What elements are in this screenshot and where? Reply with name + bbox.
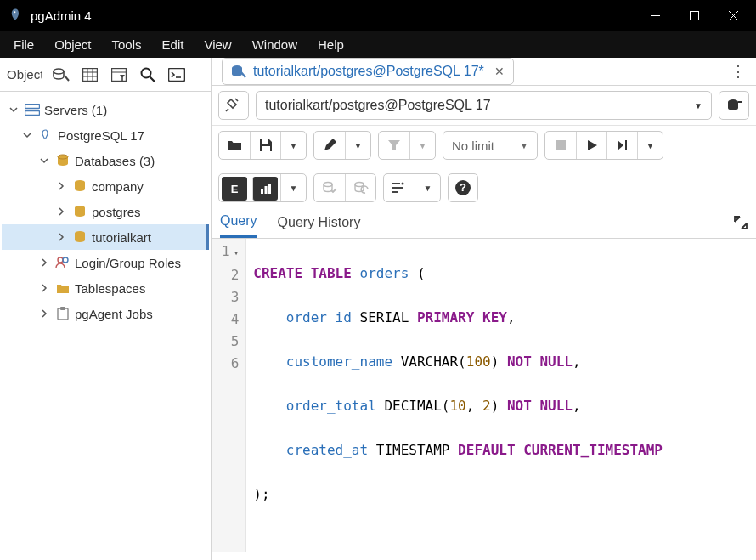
stop-button[interactable] [545,132,576,159]
search-objects-icon[interactable] [134,62,161,88]
editor-gutter: 1▾ 2 3 4 5 6 [212,239,246,552]
connection-dropdown[interactable]: tutorialkart/postgres@PostgreSQL 17 ▼ [256,91,712,120]
rollback-button[interactable] [345,174,375,201]
tool-tab-bar: tutorialkart/postgres@PostgreSQL 17* ✕ ⋮ [212,58,756,86]
menu-help[interactable]: Help [309,34,353,55]
clipboard-icon [54,307,71,320]
tree-node-db-tutorialkart[interactable]: tutorialkart [2,224,209,250]
save-button[interactable] [250,132,280,159]
chevron-right-icon[interactable] [37,258,51,267]
explain-dropdown[interactable]: ▼ [280,174,306,201]
help-button[interactable]: ? [448,173,478,202]
tree-node-tablespaces[interactable]: Tablespaces [2,275,209,301]
menu-file[interactable]: File [5,34,42,55]
filter-button[interactable] [379,132,409,159]
connection-value: tutorialkart/postgres@PostgreSQL 17 [265,98,491,113]
svg-line-14 [150,76,155,82]
tool-tab[interactable]: tutorialkart/postgres@PostgreSQL 17* ✕ [222,58,514,85]
view-data-icon[interactable] [76,62,104,88]
execute-dropdown[interactable]: ▼ [637,132,663,159]
macros-button[interactable] [384,174,415,201]
commit-button[interactable] [314,174,345,201]
limit-dropdown[interactable]: No limit ▼ [443,132,537,159]
servers-icon [24,104,41,116]
filter-rows-icon[interactable] [105,62,133,88]
tab-close-icon[interactable]: ✕ [494,65,505,78]
tab-notifications[interactable]: Notifications [392,554,466,561]
close-button[interactable] [714,0,753,31]
database-icon [54,154,71,167]
edit-dropdown[interactable]: ▼ [345,132,370,159]
execute-button[interactable] [576,132,606,159]
chevron-right-icon[interactable] [54,233,68,241]
menu-object[interactable]: Object [46,34,99,55]
execute-script-button[interactable] [606,132,637,159]
save-dropdown[interactable]: ▼ [280,132,306,159]
macros-dropdown[interactable]: ▼ [415,174,440,201]
svg-point-25 [63,257,68,263]
tree-node-databases[interactable]: Databases (3) [2,148,209,173]
tab-query[interactable]: Query [220,206,257,238]
window-title: pgAdmin 4 [31,8,635,23]
editor-code[interactable]: CREATE TABLE orders ( order_id SERIAL PR… [246,239,669,552]
tree-label: tutorialkart [92,230,151,245]
menu-view[interactable]: View [195,34,240,55]
maximize-editor-icon[interactable] [734,216,748,229]
users-icon [54,257,71,269]
tree-node-servers[interactable]: Servers (1) [2,97,209,122]
app-logo-icon [8,8,24,23]
tool-tab-title: tutorialkart/postgres@PostgreSQL 17* [253,64,484,79]
tab-messages[interactable]: Messages [312,552,374,560]
svg-rect-6 [83,68,98,81]
database-icon [71,230,88,244]
limit-label: No limit [452,139,494,153]
open-file-button[interactable] [219,132,250,159]
tab-data-output[interactable]: Data Output [220,554,293,561]
tree-node-login-roles[interactable]: Login/Group Roles [2,250,209,275]
editor-toolbar: ▼ ▼ ▼ No limit ▼ ▼ [212,126,756,206]
menu-window[interactable]: Window [244,34,306,55]
explain-button[interactable]: E [222,177,247,201]
menu-tools[interactable]: Tools [104,34,150,55]
tree-node-db-postgres[interactable]: postgres [2,199,209,224]
svg-point-40 [324,183,332,187]
svg-point-41 [355,183,364,187]
tree-label: pgAgent Jobs [75,307,153,321]
kebab-menu-icon[interactable]: ⋮ [731,62,746,81]
tree-label: PostgreSQL 17 [58,128,144,143]
query-tool-icon[interactable] [48,62,75,88]
menu-edit[interactable]: Edit [154,34,193,55]
tree-label: Tablespaces [75,281,145,296]
chevron-right-icon[interactable] [37,309,51,318]
chevron-down-icon: ▼ [694,101,702,110]
sql-editor[interactable]: 1▾ 2 3 4 5 6 CREATE TABLE orders ( order… [212,239,756,552]
svg-point-45 [402,183,404,185]
elephant-icon [37,128,54,142]
chevron-right-icon[interactable] [54,207,68,216]
svg-line-29 [235,99,238,101]
connection-status-icon[interactable] [218,91,249,120]
new-connection-icon[interactable] [719,91,749,120]
maximize-button[interactable] [674,0,714,31]
chevron-down-icon[interactable] [37,156,51,165]
chevron-down-icon[interactable] [20,131,34,139]
edit-button[interactable] [314,132,345,159]
filter-dropdown[interactable]: ▼ [409,132,435,159]
explain-analyze-button[interactable] [252,177,278,201]
fold-icon[interactable]: ▾ [234,242,240,264]
tree-label: company [92,179,144,194]
chevron-down-icon[interactable] [7,105,20,114]
query-tool-db-icon [231,65,246,78]
minimize-button[interactable] [635,0,674,31]
tab-query-history[interactable]: Query History [278,208,361,237]
svg-rect-38 [264,186,267,194]
tree-node-postgresql17[interactable]: PostgreSQL 17 [2,122,209,148]
tree-node-pgagent[interactable]: pgAgent Jobs [2,301,209,326]
chevron-right-icon[interactable] [37,284,51,292]
psql-tool-icon[interactable] [163,62,190,88]
tree-node-db-company[interactable]: company [2,173,209,199]
svg-rect-2 [690,11,698,20]
folder-icon [54,282,71,294]
window-titlebar: pgAdmin 4 [0,0,756,31]
chevron-right-icon[interactable] [54,182,68,190]
